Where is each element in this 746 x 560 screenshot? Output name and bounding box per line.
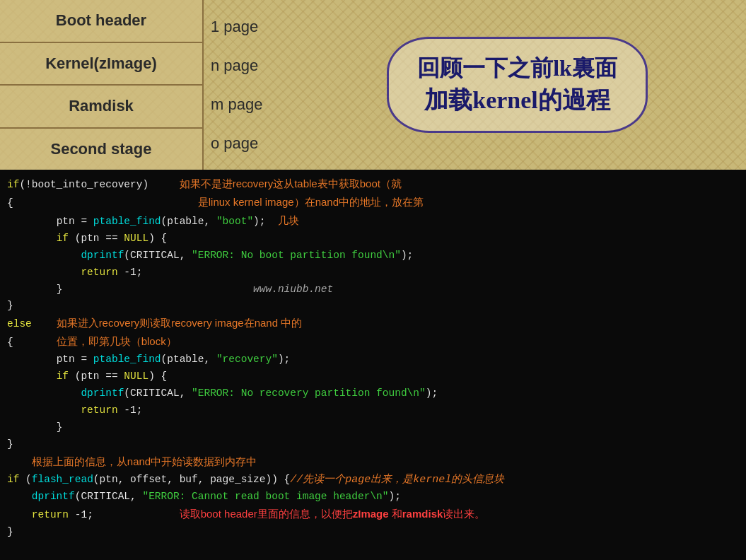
page-1: 1 page [211, 7, 289, 46]
page-m: m page [211, 85, 289, 124]
second-stage-label: Second stage [50, 140, 151, 158]
page-1-label: 1 page [211, 18, 258, 36]
boot-table: Boot header Kernel(zImage) Ramdisk Secon… [0, 0, 204, 170]
boot-header-label: Boot header [56, 11, 146, 30]
annotation-line1: 回顾一下之前lk裏面 [417, 53, 617, 84]
table-row-ramdisk: Ramdisk [0, 86, 202, 129]
code-block: if(!boot_into_recovery) 如果不是进recovery这从t… [7, 175, 739, 541]
page-n-label: n page [211, 57, 258, 75]
oval-annotation: 回顾一下之前lk裏面 加载kernel的過程 [387, 37, 648, 133]
page-o: o page [211, 124, 289, 163]
table-row-boot-header: Boot header [0, 0, 202, 43]
annotation-area: 回顾一下之前lk裏面 加载kernel的過程 [289, 0, 746, 170]
top-section: Boot header Kernel(zImage) Ramdisk Secon… [0, 0, 746, 170]
ramdisk-label: Ramdisk [69, 97, 134, 115]
pages-column: 1 page n page m page o page [204, 0, 289, 170]
page-o-label: o page [211, 134, 258, 153]
table-row-second-stage: Second stage [0, 129, 202, 170]
kernel-label: Kernel(zImage) [45, 54, 157, 73]
page-m-label: m page [211, 95, 262, 114]
table-row-kernel: Kernel(zImage) [0, 43, 202, 86]
code-section: if(!boot_into_recovery) 如果不是进recovery这从t… [0, 170, 746, 560]
page-n: n page [211, 46, 289, 85]
annotation-line2: 加载kernel的過程 [417, 84, 617, 117]
